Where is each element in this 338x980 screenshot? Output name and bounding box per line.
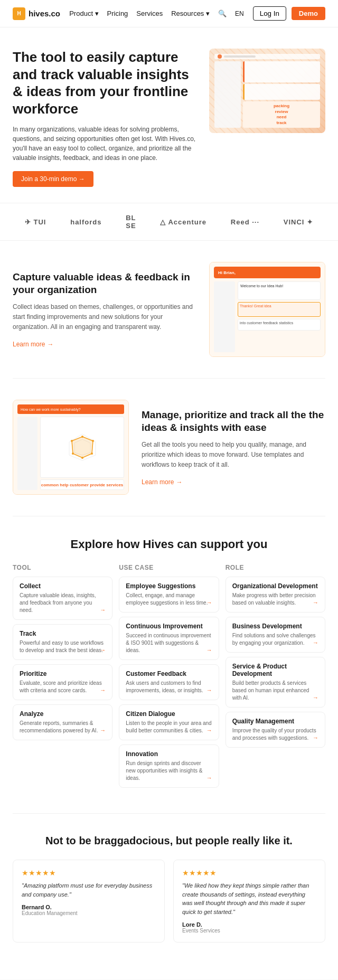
feature-manage-content: Manage, prioritize and track all the the…	[142, 409, 325, 486]
explore-card-biz-dev[interactable]: Business Development Find solutions and …	[226, 617, 325, 653]
svg-point-4	[92, 440, 94, 442]
feature-manage-desc: Get all the tools you need to help you q…	[142, 440, 325, 470]
feature-capture-section: Capture valuable ideas & feedback in you…	[0, 241, 338, 378]
svg-point-3	[81, 436, 83, 438]
nav-services[interactable]: Services	[136, 10, 163, 17]
testimonial-1-stars: ★★★★★	[22, 869, 156, 877]
explore-section: Explore how Hives can support you Tool C…	[0, 516, 338, 813]
explore-card-prioritize[interactable]: Prioritize Evaluate, score and prioritiz…	[13, 664, 112, 700]
testimonials-section: Not to be braggadocious, but people real…	[0, 814, 338, 964]
explore-columns: Tool Collect Capture valuable ideas, ins…	[13, 564, 325, 792]
feature-capture-content: Capture valuable ideas & feedback in you…	[13, 271, 196, 348]
explore-title: Explore how Hives can support you	[13, 538, 325, 551]
testimonials-grid: ★★★★★ "Amazing platform must use for eve…	[13, 860, 325, 943]
feature-capture-image: Hi Brian, Welcome to our Idea Hub! Thank…	[209, 262, 325, 357]
hero-content: The tool to easily capture and track val…	[13, 49, 199, 187]
explore-card-quality-mgmt[interactable]: Quality Management Improve the quality o…	[226, 712, 325, 748]
logo-accenture: △ Accenture	[160, 218, 206, 226]
feature-manage-screenshot: How can we work more sustainably?	[13, 400, 129, 495]
explore-col-tool: Tool Collect Capture valuable ideas, ins…	[13, 564, 112, 792]
logo-reed: Reed ···	[231, 218, 259, 226]
logo-text: hives.co	[29, 9, 60, 18]
logo-blse: BLSE	[126, 214, 136, 230]
explore-card-track[interactable]: Track Powerful and easy to use workflows…	[13, 624, 112, 660]
svg-marker-2	[72, 437, 93, 458]
navbar: H hives.co Product ▾ Pricing Services Re…	[0, 0, 338, 27]
nav-search-icon[interactable]: 🔍	[218, 10, 227, 17]
explore-card-customer-feedback[interactable]: Customer Feedback Ask users and customer…	[119, 664, 219, 700]
logo[interactable]: H hives.co	[13, 7, 60, 20]
explore-card-service-product[interactable]: Service & Product Development Build bett…	[226, 657, 325, 708]
testimonial-2-stars: ★★★★★	[182, 869, 316, 877]
hero-image: packingreviewneedtrack	[209, 49, 325, 133]
svg-point-7	[72, 453, 74, 455]
feature-capture-desc: Collect ideas based on themes, challenge…	[13, 302, 196, 333]
feature-capture-title: Capture valuable ideas & feedback in you…	[13, 271, 196, 297]
testimonial-2-author: Lore D.	[182, 921, 316, 928]
logo-tui: ✈ TUI	[25, 218, 46, 226]
explore-col-role-header: Role	[226, 564, 325, 571]
hero-section: The tool to easily capture and track val…	[0, 27, 338, 203]
explore-col-usecase-header: Use Case	[119, 564, 219, 571]
testimonial-1-role: Education Management	[22, 910, 156, 916]
feature-manage-link[interactable]: Learn more	[142, 478, 182, 486]
logo-icon: H	[13, 7, 25, 20]
nav-resources[interactable]: Resources ▾	[171, 10, 210, 17]
demo-button[interactable]: Demo	[292, 7, 325, 20]
logo-vinci: VINCI ✦	[284, 218, 313, 226]
login-button[interactable]: Log In	[253, 6, 286, 21]
logos-section: ✈ TUI halfords BLSE △ Accenture Reed ···…	[0, 203, 338, 241]
explore-card-collect[interactable]: Collect Capture valuable ideas, insights…	[13, 577, 112, 620]
nav-pricing[interactable]: Pricing	[107, 10, 128, 17]
feature-manage-title: Manage, prioritize and track all the the…	[142, 409, 325, 435]
explore-card-org-dev[interactable]: Organizational Development Make progress…	[226, 577, 325, 612]
svg-point-8	[71, 440, 73, 442]
svg-point-6	[81, 457, 83, 459]
hero-illustration-inner: packingreviewneedtrack	[209, 49, 325, 133]
explore-col-usecase: Use Case Employee Suggestions Collect, e…	[119, 564, 219, 792]
testimonial-1: ★★★★★ "Amazing platform must use for eve…	[13, 860, 165, 943]
hero-subtitle: In many organizations, valuable ideas fo…	[13, 125, 199, 163]
testimonial-1-text: "Amazing platform must use for everyday …	[22, 881, 156, 899]
logo-halfords: halfords	[70, 218, 101, 226]
explore-card-continuous-improvement[interactable]: Continuous Improvement Succeed in contin…	[119, 617, 219, 660]
svg-point-5	[91, 453, 93, 455]
nav-actions: Log In Demo	[253, 6, 325, 21]
hero-illustration: packingreviewneedtrack	[209, 49, 325, 133]
feature-manage-image: How can we work more sustainably?	[13, 400, 129, 495]
feature-capture-screenshot: Hi Brian, Welcome to our Idea Hub! Thank…	[209, 262, 325, 357]
hero-title: The tool to easily capture and track val…	[13, 49, 199, 117]
testimonial-2: ★★★★★ "We liked how they kept things sim…	[173, 860, 325, 943]
explore-col-tool-header: Tool	[13, 564, 112, 571]
testimonial-2-text: "We liked how they kept things simple ra…	[182, 881, 316, 916]
hero-cta-button[interactable]: Join a 30-min demo →	[13, 171, 93, 187]
explore-card-innovation[interactable]: Innovation Run design sprints and discov…	[119, 745, 219, 788]
feature-manage-section: Manage, prioritize and track all the the…	[0, 379, 338, 516]
explore-card-analyze[interactable]: Analyze Generate reports, summaries & re…	[13, 704, 112, 740]
nav-links: Product ▾ Pricing Services Resources ▾ 🔍…	[69, 10, 243, 17]
testimonial-1-author: Bernard O.	[22, 904, 156, 910]
nav-lang[interactable]: EN	[235, 10, 244, 17]
testimonial-2-role: Events Services	[182, 928, 316, 934]
explore-col-role: Role Organizational Development Make pro…	[226, 564, 325, 792]
nav-product[interactable]: Product ▾	[69, 10, 98, 17]
testimonials-title: Not to be braggadocious, but people real…	[13, 835, 325, 847]
explore-card-citizen-dialogue[interactable]: Citizen Dialogue Listen to the people in…	[119, 704, 219, 740]
feature-capture-link[interactable]: Learn more	[13, 341, 53, 348]
explore-card-employee-suggestions[interactable]: Employee Suggestions Collect, engage, an…	[119, 577, 219, 612]
